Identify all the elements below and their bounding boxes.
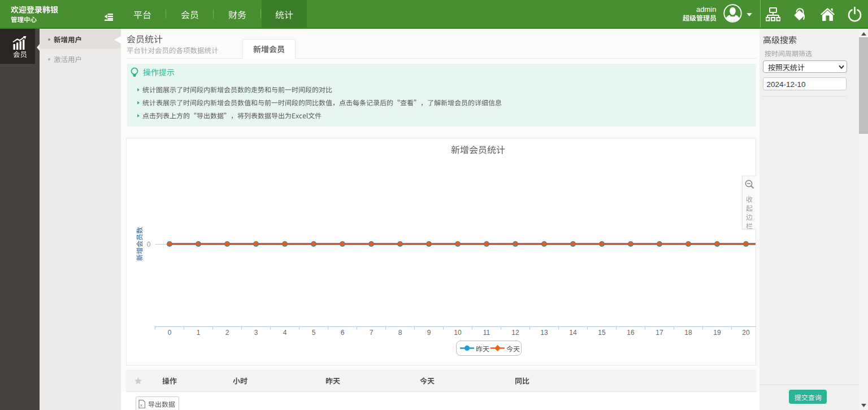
svg-text:x: x — [140, 402, 142, 407]
